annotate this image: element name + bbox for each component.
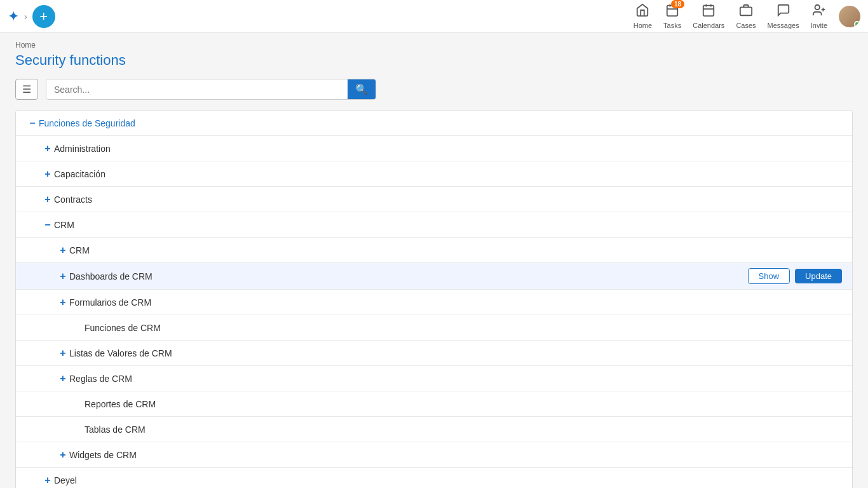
menu-button[interactable]: ☰ xyxy=(15,79,38,100)
messages-icon xyxy=(776,3,790,20)
tree-row-content: +Formularios de CRM xyxy=(16,296,852,309)
tree-row-label: Funciones de CRM xyxy=(85,323,161,333)
tree-row: +Widgets de CRM xyxy=(16,442,852,468)
invite-icon xyxy=(812,3,826,20)
add-button[interactable]: + xyxy=(32,5,55,28)
tree-row: Reportes de CRM xyxy=(16,391,852,417)
tree-row-label: Reportes de CRM xyxy=(85,399,156,409)
search-bar: 🔍 xyxy=(46,79,376,100)
collapse-icon[interactable]: − xyxy=(41,219,54,231)
tree-row-content: +Capacitación xyxy=(16,168,852,180)
svg-point-12 xyxy=(815,5,819,10)
home-label: Home xyxy=(634,22,652,29)
tree-row-content: Tablas de CRM xyxy=(16,424,852,435)
expand-icon[interactable]: + xyxy=(41,474,54,487)
tree-row-content: +CRM xyxy=(16,244,852,257)
expand-icon[interactable]: + xyxy=(57,270,69,283)
nav-messages[interactable]: Messages xyxy=(768,3,799,29)
tree-row-content: +Dashboards de CRM xyxy=(16,270,748,283)
tree-row: +Administration xyxy=(16,136,852,161)
expand-icon[interactable]: + xyxy=(57,244,69,257)
home-icon xyxy=(635,3,649,20)
row-actions: ShowUpdate xyxy=(748,268,852,284)
expand-icon[interactable]: + xyxy=(41,142,54,155)
tree-row-label[interactable]: Capacitación xyxy=(54,169,105,179)
tree-row-content: +Deyel xyxy=(16,474,852,487)
nav-cases[interactable]: Cases xyxy=(736,3,756,29)
tree-row-content: +Contracts xyxy=(16,193,852,206)
tree-row: +Formularios de CRM xyxy=(16,290,852,315)
tree-row-label[interactable]: Reglas de CRM xyxy=(69,374,132,384)
tree-row: +CRM xyxy=(16,238,852,263)
tree-row-content: Reportes de CRM xyxy=(16,399,852,409)
tree-row-label: Tablas de CRM xyxy=(85,424,146,435)
tree-row: +Contracts xyxy=(16,187,852,212)
tree-row-content: +Administration xyxy=(16,142,852,155)
tree-row-label[interactable]: Listas de Valores de CRM xyxy=(69,348,172,358)
tree-row: Funciones de CRM xyxy=(16,315,852,341)
tree-row: −CRM xyxy=(16,212,852,238)
tree-row: +Reglas de CRM xyxy=(16,366,852,391)
svg-rect-11 xyxy=(740,7,752,15)
page-wrapper: Home Security functions ☰ 🔍 −Funciones d… xyxy=(0,33,868,488)
nav-right: Home 18 Tasks xyxy=(634,3,860,29)
cases-icon xyxy=(739,3,753,20)
toolbar: ☰ 🔍 xyxy=(15,79,853,100)
calendars-label: Calendars xyxy=(693,22,724,29)
expand-icon[interactable]: + xyxy=(41,168,54,180)
search-input[interactable] xyxy=(46,79,348,99)
tasks-icon: 18 xyxy=(665,3,679,20)
messages-label: Messages xyxy=(768,22,799,29)
online-status xyxy=(854,21,860,27)
page-title: Security functions xyxy=(15,52,853,69)
tree-row-content: −CRM xyxy=(16,219,852,231)
expand-icon[interactable]: + xyxy=(57,449,69,461)
tree-row-label[interactable]: Deyel xyxy=(54,475,77,485)
tasks-badge: 18 xyxy=(671,0,684,8)
tree-row-content: +Listas de Valores de CRM xyxy=(16,347,852,360)
tree-row: +Listas de Valores de CRM xyxy=(16,341,852,366)
search-button[interactable]: 🔍 xyxy=(348,79,376,99)
nav-invite[interactable]: Invite xyxy=(811,3,827,29)
nav-tasks[interactable]: 18 Tasks xyxy=(663,3,681,29)
nav-calendars[interactable]: Calendars xyxy=(693,3,724,29)
tree-row: +Dashboards de CRMShowUpdate xyxy=(16,263,852,290)
tree-row: −Funciones de Seguridad xyxy=(16,111,852,136)
top-navigation: ✦ › + Home 18 Tasks xyxy=(0,0,868,33)
avatar[interactable] xyxy=(839,6,860,27)
tree-container: −Funciones de Seguridad+Administration+C… xyxy=(15,110,853,488)
nav-home[interactable]: Home xyxy=(634,3,652,29)
tasks-label: Tasks xyxy=(663,22,681,29)
nav-left: ✦ › + xyxy=(8,5,634,28)
branch-icon[interactable]: ✦ xyxy=(8,8,19,25)
expand-icon[interactable]: + xyxy=(41,193,54,206)
tree-row-label[interactable]: Funciones de Seguridad xyxy=(39,118,135,128)
tree-row-label[interactable]: Formularios de CRM xyxy=(69,297,151,308)
tree-row-content: Funciones de CRM xyxy=(16,323,852,333)
cases-label: Cases xyxy=(736,22,756,29)
chevron-right-icon[interactable]: › xyxy=(24,11,27,22)
tree-row: +Deyel xyxy=(16,468,852,488)
invite-label: Invite xyxy=(811,22,827,29)
breadcrumb: Home xyxy=(15,41,853,50)
calendars-icon xyxy=(702,3,715,20)
tree-row-content: +Widgets de CRM xyxy=(16,449,852,461)
update-button[interactable]: Update xyxy=(795,269,842,283)
tree-row-content: −Funciones de Seguridad xyxy=(16,117,852,130)
show-button[interactable]: Show xyxy=(748,268,790,284)
tree-row-label[interactable]: CRM xyxy=(54,220,74,230)
tree-row: +Capacitación xyxy=(16,161,852,187)
tree-row: Tablas de CRM xyxy=(16,417,852,442)
expand-icon[interactable]: + xyxy=(57,347,69,360)
expand-icon[interactable]: + xyxy=(57,372,69,385)
tree-row-label[interactable]: Contracts xyxy=(54,194,92,205)
tree-row-label[interactable]: Widgets de CRM xyxy=(69,450,137,460)
tree-row-label[interactable]: Administration xyxy=(54,144,111,154)
expand-icon[interactable]: + xyxy=(57,296,69,309)
collapse-icon[interactable]: − xyxy=(26,117,39,130)
tree-row-content: +Reglas de CRM xyxy=(16,372,852,385)
tree-row-label[interactable]: CRM xyxy=(69,245,90,255)
svg-rect-4 xyxy=(703,6,714,17)
tree-row-label[interactable]: Dashboards de CRM xyxy=(69,271,153,281)
